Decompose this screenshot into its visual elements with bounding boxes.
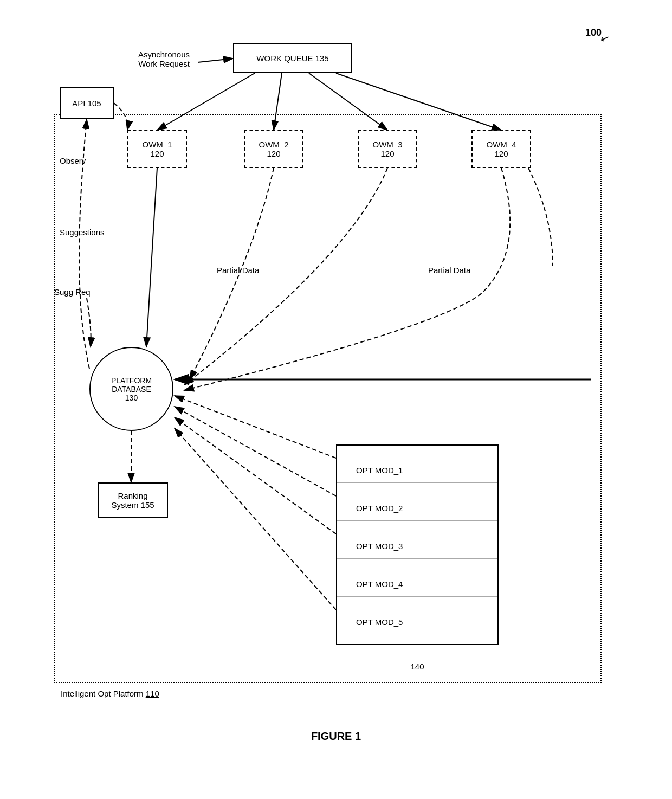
- sugg-req-label: Sugg Req: [54, 287, 91, 297]
- opt-mod5-item: OPT MOD_5: [351, 611, 470, 633]
- partial-data2-label: Partial Data: [428, 266, 470, 275]
- owm2-box: OWM_2120: [244, 130, 303, 168]
- api-box: API 105: [60, 87, 114, 119]
- owm3-box: OWM_3120: [358, 130, 417, 168]
- opt-modules-container: OPT MOD_1 OPT MOD_2 OPT MOD_3 OPT MOD_4 …: [336, 444, 499, 645]
- diagram-container: 100 ↙ Intelligent Opt Platform 110 WORK …: [38, 22, 634, 753]
- opt-mod2-item: OPT MOD_2: [351, 497, 470, 519]
- owm1-box: OWM_1120: [127, 130, 187, 168]
- opt-mod1-item: OPT MOD_1: [351, 459, 470, 481]
- ranking-system-box: RankingSystem 155: [98, 482, 168, 518]
- figure-caption: FIGURE 1: [311, 730, 361, 743]
- opt-mod3-item: OPT MOD_3: [351, 535, 470, 557]
- owm4-box: OWM_4120: [471, 130, 531, 168]
- partial-data1-label: Partial Data: [217, 266, 259, 275]
- observ-label: Observ: [60, 156, 86, 165]
- svg-line-2: [198, 59, 233, 62]
- opt-mod4-item: OPT MOD_4: [351, 573, 470, 595]
- work-queue-box: WORK QUEUE 135: [233, 43, 352, 73]
- ref-100-label: 100: [585, 27, 602, 38]
- platform-db-circle: PLATFORMDATABASE130: [89, 347, 173, 431]
- suggestions-label: Suggestions: [60, 228, 105, 237]
- async-label: AsynchronousWork Request: [138, 50, 190, 68]
- opt-modules-ref-label: 140: [410, 662, 424, 671]
- platform-label: Intelligent Opt Platform 110: [61, 689, 159, 698]
